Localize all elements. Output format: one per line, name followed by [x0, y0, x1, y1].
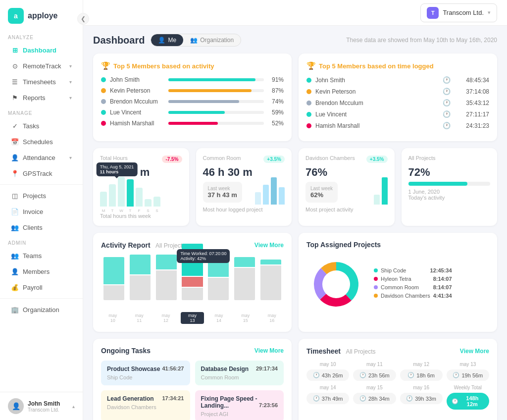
member-dot: [306, 123, 311, 128]
invoice-icon: 📄: [11, 208, 19, 215]
member-row: Brendon Mcculum 🕐 35:43:12: [306, 99, 489, 106]
ts-time-button[interactable]: 🕐 28h 34m: [353, 393, 396, 404]
pct-bar-fill: [408, 182, 467, 186]
ts-time-button[interactable]: 🕐 37h 49m: [306, 393, 349, 404]
toggle-me-button[interactable]: 👤 Me: [151, 34, 183, 46]
sidebar-item-timesheets[interactable]: ☰ Timesheets ▾: [3, 74, 80, 89]
stats-row: Total Hours -7.5% 46 h 30 m Thu, Aug 5, …: [93, 148, 497, 226]
section-label-manage: Manage: [0, 105, 83, 118]
sidebar-item-label: Invoice: [23, 208, 43, 215]
member-name: Lue Vincent: [315, 111, 370, 118]
sidebar-item-attendance[interactable]: 👤 Attendance ▾: [3, 150, 80, 165]
activity-report-card: Activity Report All Projects View More T…: [93, 233, 292, 332]
task-project: Project AGI: [201, 411, 278, 417]
timesheet-title-group: Timesheet All Projects: [306, 347, 375, 356]
activity-sub: All Projects: [155, 242, 185, 249]
view-more-button[interactable]: View More: [254, 242, 284, 249]
clock-icon: 🕐: [443, 122, 451, 129]
member-row: John Smith 🕐 48:45:34: [306, 76, 489, 84]
sidebar-item-gpstrack[interactable]: 📍 GPSTrack: [3, 166, 80, 181]
company-selector[interactable]: T Transcom Ltd. ▾: [420, 3, 497, 22]
timesheet-view-more[interactable]: View More: [460, 348, 489, 355]
bar-labels: MTWTFSS: [100, 209, 182, 213]
activity-chart: Time Worked: 07:20:00Activity: 42%: [101, 256, 284, 310]
member-name: John Smith: [315, 77, 370, 84]
date-range: These data are showed from May 10th to M…: [346, 37, 497, 44]
stat-badge: +3.5%: [263, 156, 285, 163]
clock-icon: 🕐: [443, 88, 451, 95]
ts-time-value: 43h 26m: [322, 372, 343, 378]
tasks-title: Ongoing Tasks: [101, 347, 151, 355]
tasks-view-more[interactable]: View More: [254, 347, 284, 354]
sidebar-item-invoice[interactable]: 📄 Invoice: [3, 204, 80, 219]
stat-sub: Total hours this week: [100, 213, 182, 219]
stat-label: All Projects: [408, 155, 436, 161]
ts-time-button[interactable]: 🕐 43h 26m: [306, 369, 349, 381]
activity-label: may12: [154, 312, 178, 324]
ts-time-button[interactable]: 🕐 19h 56m: [447, 369, 489, 381]
donut-segment: [336, 262, 358, 301]
timesheet-cell: may 16 🕐 39h 33m: [400, 385, 443, 410]
sidebar-item-clients[interactable]: 👥 Clients: [3, 220, 80, 235]
sidebar-item-schedules[interactable]: 📅 Schedules: [3, 134, 80, 149]
ts-time-button[interactable]: 🕐 23h 56m: [353, 369, 396, 381]
chevron-down-icon: ▾: [69, 155, 72, 160]
bar-label: S: [145, 209, 152, 213]
progress-pct: 74%: [268, 98, 284, 105]
task-project: Common Room: [201, 374, 278, 380]
stat-header: Davidson Chambers +3.5%: [305, 155, 388, 163]
ts-time-button[interactable]: 🕐 18h 6m: [400, 369, 443, 381]
task-time: 41:56:27: [162, 366, 184, 371]
toggle-organization-button[interactable]: 👥 Organization: [183, 34, 241, 46]
sidebar-item-teams[interactable]: 👥 Teams: [3, 248, 80, 263]
time-value: 48:45:34: [455, 77, 489, 84]
ts-date: may 16: [400, 385, 443, 390]
grey-bar: [234, 268, 255, 300]
time-value: 24:31:23: [455, 122, 489, 129]
gpstrack-icon: 📍: [11, 169, 19, 177]
clients-icon: 👥: [11, 223, 19, 231]
person-icon: 👤: [158, 37, 165, 44]
sidebar-item-label: Members: [23, 268, 50, 275]
top5-time-card: 🏆 Top 5 Members based on time logged Joh…: [299, 53, 497, 141]
bar: [136, 188, 143, 207]
header-left: Dashboard 👤 Me 👥 Organization: [93, 34, 241, 47]
legend-label: Hyleon Tetra: [381, 276, 411, 282]
sidebar-item-payroll[interactable]: 💰 Payroll: [3, 280, 80, 295]
sidebar-item-dashboard[interactable]: ⊞ Dashboard: [3, 43, 80, 57]
sidebar-item-projects[interactable]: ◫ Projects: [3, 188, 80, 203]
green-bar: [234, 257, 255, 267]
progress-bar: [168, 89, 264, 92]
timesheet-cell: may 12 🕐 18h 6m: [400, 362, 443, 381]
sidebar-collapse-button[interactable]: ❮: [77, 13, 89, 25]
member-dot: [101, 99, 106, 104]
sidebar-item-reports[interactable]: ⚑ Reports ▾: [3, 90, 80, 105]
sidebar-item-label: Tasks: [23, 122, 39, 130]
ts-date: may 12: [400, 362, 443, 367]
progress-fill: [168, 89, 252, 92]
activity-title: Activity Report: [101, 241, 151, 249]
sidebar-item-remotetrack[interactable]: ⊙ RemoteTrack ▾: [3, 58, 80, 73]
sidebar-item-label: Schedules: [23, 138, 53, 146]
progress-fill: [168, 122, 218, 125]
mini-bar: [374, 195, 380, 205]
task-project: Ship Code: [107, 374, 184, 380]
ts-time-button[interactable]: 🕐 39h 33m: [400, 393, 443, 404]
timesheet-title: Timesheet: [306, 347, 341, 355]
progress-bar: [168, 100, 264, 103]
clock-icon: 🕐: [452, 398, 458, 405]
mini-bar: [382, 177, 388, 205]
top-members-row: 🏆 Top 5 Members based on activity John S…: [93, 53, 497, 141]
sidebar-item-members[interactable]: 👤 Members: [3, 264, 80, 279]
chevron-down-icon: ▾: [69, 95, 72, 101]
ts-time-button: 🕐 148h 12m: [447, 393, 489, 410]
timesheet-cell: may 13 🕐 19h 56m: [447, 362, 489, 381]
sidebar-item-organization[interactable]: 🏢 Organization: [3, 302, 80, 317]
user-profile[interactable]: 👤 John Smith Transcom Ltd. ▴: [0, 392, 83, 420]
red-bar: [182, 277, 203, 287]
sidebar-item-tasks[interactable]: ✓ Tasks: [3, 118, 80, 133]
clock-icon: 🕐: [443, 99, 451, 106]
trophy-icon: 🏆: [101, 61, 110, 70]
progress-pct: 52%: [268, 120, 284, 127]
bar: [127, 179, 134, 207]
